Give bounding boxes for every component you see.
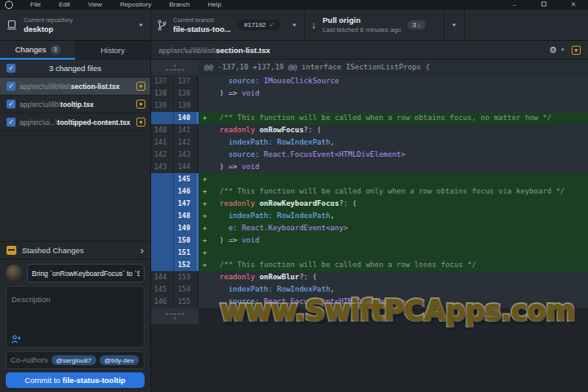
commit-button-prefix: Commit to: [24, 376, 60, 385]
diff-line[interactable]: 152+ /** This function will be called wh…: [151, 259, 588, 271]
diff-lines: 137137 source: IMouseClickSource138138 )…: [151, 75, 588, 308]
pull-options-dropdown[interactable]: ▼: [443, 10, 465, 40]
menu-repository[interactable]: Repository: [111, 0, 160, 10]
close-button[interactable]: ✕: [559, 0, 588, 10]
menu-edit[interactable]: Edit: [50, 0, 79, 10]
diff-line[interactable]: 145+: [151, 173, 588, 185]
diff-line[interactable]: 149+ e: React.KeyboardEvent<any>: [151, 222, 588, 234]
github-logo-icon: [5, 1, 13, 9]
expand-hunk-down-button[interactable]: ↓: [151, 308, 198, 324]
diff-line[interactable]: 140141 readonly onRowFocus?: (: [151, 124, 588, 136]
diff-file-path: app\src\ui\lib\list\section-list.tsx: [158, 46, 270, 55]
commit-button[interactable]: Commit to file-status-tooltip: [6, 372, 145, 388]
file-path: app\src\ui...\tooltipped-content.tsx: [20, 118, 132, 127]
toolbar: Current repository desktop ▼ Current bra…: [0, 10, 588, 41]
diff-line[interactable]: 140+ /** This function will be called wh…: [151, 112, 588, 124]
diff-header: app\src\ui\lib\list\section-list.tsx ⚙▼: [151, 41, 588, 60]
diff-line[interactable]: 151+: [151, 247, 588, 259]
minimize-button[interactable]: –: [500, 0, 529, 10]
current-branch-button[interactable]: Current branch file-status-too... #17192…: [151, 10, 305, 40]
pull-title: Pull origin: [323, 16, 401, 25]
diff-line[interactable]: 148+ indexPath: RowIndexPath,: [151, 210, 588, 222]
modified-status-icon: [572, 46, 581, 55]
pull-subtitle: Last fetched 8 minutes ago: [323, 25, 401, 34]
stashed-changes-row[interactable]: Stashed Changes ›: [0, 241, 150, 260]
branch-name: file-status-too...: [173, 24, 231, 34]
commit-description-textarea[interactable]: Description: [6, 286, 145, 348]
pull-origin-button[interactable]: ↓ Pull origin Last fetched 8 minutes ago…: [305, 10, 443, 40]
chevron-down-icon: ▼: [452, 22, 457, 28]
menu-bar: FileEditViewRepositoryBranchHelp – ✕: [0, 0, 588, 10]
changes-count-badge: 3: [51, 45, 60, 55]
menu-file[interactable]: File: [21, 0, 50, 10]
pr-number-badge: #17192✓: [238, 20, 281, 30]
file-row[interactable]: app\src\ui...\tooltipped-content.tsx: [0, 114, 150, 131]
file-row[interactable]: app\src\ui\lib\tooltip.tsx: [0, 96, 150, 114]
expand-hunk-up-button[interactable]: ↑: [151, 60, 198, 75]
avatar: [6, 265, 23, 282]
file-path: app\src\ui\lib\tooltip.tsx: [20, 100, 132, 109]
file-path: app\src\ui\lib\list\section-list.tsx: [20, 82, 132, 91]
repository-name: desktop: [24, 24, 73, 34]
diff-line[interactable]: 150+ ) => void: [151, 234, 588, 247]
coauthor-pills: @sergiou87@tidy-dev: [51, 355, 139, 365]
computer-icon: [7, 20, 17, 30]
pull-count-badge: 3↓: [408, 20, 425, 29]
diff-line[interactable]: 138138 ) => void: [151, 87, 588, 100]
tab-history[interactable]: History: [75, 41, 150, 60]
menu-help[interactable]: Help: [199, 0, 230, 10]
menu-view[interactable]: View: [79, 0, 111, 10]
hunk-header-row: ↑ @@ -137,10 +137,19 @@ interface ISecti…: [151, 60, 588, 75]
commit-button-branch: file-status-tooltip: [63, 376, 126, 385]
diff-panel: app\src\ui\lib\list\section-list.tsx ⚙▼ …: [151, 41, 588, 392]
hunk-header-text: @@ -137,10 +137,19 @@ interface ISection…: [198, 60, 588, 75]
files-header: 3 changed files: [0, 60, 150, 78]
diff-line[interactable]: 146155 source: React.FocusEvent<HTMLDivE…: [151, 296, 588, 308]
changed-files-count: 3 changed files: [0, 64, 150, 73]
github-desktop-window: FileEditViewRepositoryBranchHelp – ✕ Cur…: [0, 0, 588, 392]
modified-status-icon: [136, 118, 145, 127]
commit-form: Description Co-Authors @sergiou87@tidy-d…: [0, 260, 150, 392]
tab-changes[interactable]: Changes 3: [0, 41, 75, 60]
coauthors-field[interactable]: Co-Authors @sergiou87@tidy-dev: [6, 351, 145, 369]
coauthors-label: Co-Authors: [11, 356, 48, 364]
description-placeholder: Description: [11, 295, 51, 304]
diff-line[interactable]: 137137 source: IMouseClickSource: [151, 75, 588, 87]
diff-line[interactable]: 144153 readonly onRowBlur?: (: [151, 271, 588, 283]
chevron-down-icon: ▼: [292, 22, 297, 28]
current-repository-button[interactable]: Current repository desktop ▼: [0, 10, 151, 40]
file-checkbox[interactable]: [7, 118, 16, 127]
maximize-button[interactable]: [529, 0, 559, 10]
diff-body: ↑ @@ -137,10 +137,19 @@ interface ISecti…: [151, 60, 588, 392]
stash-icon: [7, 246, 16, 255]
chevron-down-icon: ▼: [138, 22, 144, 28]
expand-down-row: ↓: [151, 308, 588, 324]
arrow-down-icon: ↓: [311, 20, 316, 31]
add-coauthor-icon[interactable]: [11, 335, 21, 344]
diff-line[interactable]: 141142 indexPath: RowIndexPath,: [151, 136, 588, 149]
tab-history-label: History: [100, 46, 125, 55]
file-row[interactable]: app\src\ui\lib\list\section-list.tsx: [0, 78, 150, 96]
diff-line[interactable]: 142143 source: React.FocusEvent<HTMLDivE…: [151, 149, 588, 161]
menu-branch[interactable]: Branch: [160, 0, 198, 10]
commit-summary-input[interactable]: [27, 264, 145, 283]
diff-options-gear-icon[interactable]: ⚙▼: [549, 45, 565, 56]
menu-items: FileEditViewRepositoryBranchHelp: [21, 0, 230, 10]
branch-label: Current branch: [173, 16, 231, 24]
chevron-down-icon: ▼: [560, 47, 565, 52]
stashed-changes-label: Stashed Changes: [22, 246, 84, 255]
diff-line[interactable]: 145154 indexPath: RowIndexPath,: [151, 283, 588, 296]
diff-line[interactable]: 143144 ) => void: [151, 161, 588, 173]
file-checkbox[interactable]: [7, 100, 16, 109]
coauthor-pill[interactable]: @tidy-dev: [100, 355, 139, 365]
diff-line[interactable]: 139139: [151, 100, 588, 112]
file-checkbox[interactable]: [7, 82, 16, 91]
coauthor-pill[interactable]: @sergiou87: [51, 355, 96, 365]
diff-line[interactable]: 146+ /** This function will be called on…: [151, 185, 588, 198]
diff-line[interactable]: 147+ readonly onRowKeyboardFocus?: (: [151, 198, 588, 210]
repository-label: Current repository: [24, 16, 73, 24]
window-controls: – ✕: [500, 0, 588, 10]
file-list: app\src\ui\lib\list\section-list.tsxapp\…: [0, 78, 150, 131]
modified-status-icon: [136, 82, 145, 91]
modified-status-icon: [136, 100, 145, 109]
